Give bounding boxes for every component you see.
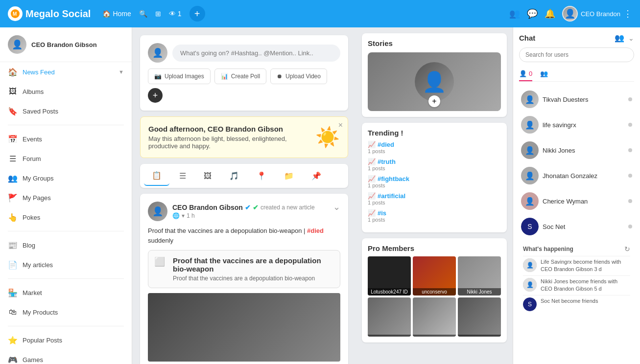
tab-folder-icon: 📁 [284, 171, 294, 181]
sidebar-item-pokes[interactable]: 👆 Pokes [0, 207, 132, 227]
expand-icon: ▼ [119, 69, 124, 75]
upload-images-label: Upload Images [165, 73, 204, 80]
greeting-close-button[interactable]: × [338, 121, 343, 130]
games-icon: 🎮 [8, 355, 18, 364]
preview-text: Proof that the vaccines are a depopulati… [173, 256, 334, 282]
trending-tag-3[interactable]: 📈 #fightback [368, 175, 501, 182]
grid-nav[interactable]: ⊞ [155, 10, 161, 18]
preview-inner: ⬜ Proof that the vaccines are a depopula… [154, 256, 334, 282]
search-nav[interactable]: 🔍 [139, 10, 147, 18]
tab-music[interactable]: 🎵 [221, 166, 247, 186]
trending-tag-5[interactable]: 📈 #is [368, 209, 501, 217]
chat-user-5[interactable]: 👤 Cherice Wyman [519, 188, 634, 214]
tab-folder[interactable]: 📁 [276, 166, 302, 186]
post-time: 1 h [187, 212, 195, 219]
views-nav[interactable]: 👁 1 [169, 10, 182, 18]
sidebar-item-events[interactable]: 📅 Events [0, 129, 132, 149]
trending-item-3: 📈 #fightback 1 posts [368, 175, 501, 188]
forum-icon: ☰ [8, 154, 18, 163]
my-articles-icon: 📄 [8, 260, 18, 270]
tab-list-icon: ☰ [179, 171, 186, 181]
sidebar-item-games[interactable]: 🎮 Games [0, 350, 132, 364]
post-more-button[interactable]: ⌄ [333, 202, 340, 212]
pro-member-1[interactable]: Lotusbook247 ID [368, 256, 411, 296]
sidebar-item-my-products[interactable]: 🛍 My Products [0, 302, 132, 322]
chat-user-2[interactable]: 👤 life savingrx [519, 112, 634, 137]
user-menu[interactable]: 👤 CEO Brandon ⋮ [562, 6, 632, 22]
upload-video-button[interactable]: ⏺ Upload Video [270, 68, 327, 84]
tab-list[interactable]: ☰ [171, 166, 194, 186]
sidebar-item-forum[interactable]: ☰ Forum [0, 149, 132, 168]
chat-user-1[interactable]: 👤 Tikvah Duesters [519, 87, 634, 112]
stories-title: Stories [368, 39, 501, 47]
trending-title: Trending ! [368, 129, 501, 137]
pro-member-5[interactable] [413, 297, 456, 337]
add-story-button[interactable]: + [428, 95, 440, 107]
sidebar-item-my-articles[interactable]: 📄 My articles [0, 255, 132, 274]
story-item[interactable]: 👤 + [368, 52, 501, 111]
chat-user-img-5: 👤 [521, 192, 539, 210]
sidebar-item-my-pages[interactable]: 🚩 My Pages [0, 188, 132, 207]
sidebar-item-news-feed[interactable]: 🏠 News Feed ▼ [0, 62, 132, 82]
stories-box: Stories 👤 + [362, 33, 507, 117]
sidebar-profile[interactable]: 👤 CEO Brandon Gibson [0, 27, 132, 62]
my-groups-icon: 👥 [8, 173, 18, 183]
chat-expand-icon[interactable]: ⌄ [628, 34, 634, 42]
tab-posts[interactable]: 📋 [144, 166, 169, 186]
trending-arrow-1: 📈 [368, 141, 376, 148]
post-image [148, 293, 340, 362]
chat-user-4[interactable]: 👤 Jhonatan Gonzalez [519, 163, 634, 188]
greeting-box: Good afternoon, CEO Brandon Gibson May t… [140, 116, 348, 158]
post-meta: 🌐 ▾ 1 h [172, 212, 315, 219]
chat-search-input[interactable] [519, 47, 634, 62]
post-input[interactable] [172, 45, 340, 62]
sidebar-item-blog[interactable]: 📰 Blog [0, 235, 132, 255]
pro-member-4[interactable] [368, 297, 411, 337]
trending-tag-1[interactable]: 📈 #died [368, 141, 501, 148]
tab-location[interactable]: 📍 [249, 166, 274, 186]
post-head: 👤 CEO Brandon Gibson ✔ ✔ created a new a… [148, 202, 340, 221]
notifications-icon-btn[interactable]: 🔔 [545, 8, 555, 19]
add-friend-icon[interactable]: 👥 [615, 33, 624, 43]
verified-green-badge: ✔ [253, 204, 259, 211]
pro-member-6[interactable] [458, 297, 501, 337]
trending-tag-2[interactable]: 📈 #truth [368, 158, 501, 165]
upload-images-button[interactable]: 📷 Upload Images [148, 68, 211, 84]
home-nav[interactable]: 🏠 Home [102, 10, 131, 18]
post-link-preview[interactable]: ⬜ Proof that the vaccines are a depopula… [148, 250, 340, 288]
post-item: 👤 CEO Brandon Gibson ✔ ✔ created a new a… [140, 194, 348, 364]
chat-user-6[interactable]: S Soc Net [519, 214, 634, 239]
pro-member-2[interactable]: unconservo [413, 256, 456, 296]
post-author-text: CEO Brandon Gibson [172, 204, 243, 211]
tab-pin[interactable]: 📌 [304, 166, 329, 186]
sidebar-item-my-groups[interactable]: 👥 My Groups [0, 168, 132, 188]
sidebar-item-market[interactable]: 🏪 Market [0, 283, 132, 302]
post-hashtag[interactable]: #died [307, 227, 324, 234]
sidebar-item-popular-posts[interactable]: ⭐ Popular Posts [0, 330, 132, 350]
grid-icon: ⊞ [155, 10, 161, 18]
pro-member-3[interactable]: Nikki Jones [458, 256, 501, 296]
pro-member-name-2: unconservo [413, 288, 456, 296]
chat-user-img-1: 👤 [521, 91, 539, 108]
friends-icon-btn[interactable]: 👥 [509, 8, 520, 19]
my-pages-icon: 🚩 [8, 193, 18, 203]
chat-tab-groups[interactable]: 👥 [540, 67, 548, 81]
post-action-text: created a new article [261, 204, 315, 211]
more-options-button[interactable]: + [148, 88, 163, 103]
trending-tag-4[interactable]: 📈 #artificial [368, 192, 501, 200]
upload-video-label: Upload Video [285, 73, 321, 80]
my-products-icon: 🛍 [8, 307, 18, 317]
messages-icon-btn[interactable]: 💬 [527, 8, 538, 19]
tab-music-icon: 🎵 [229, 171, 239, 181]
app-logo[interactable]: M Megalo Social [8, 6, 91, 21]
sidebar-divider-2 [8, 231, 124, 231]
chat-user-3[interactable]: 👤 Nikki Jones [519, 137, 634, 163]
sidebar-item-albums[interactable]: 🖼 Albums [0, 82, 132, 101]
whats-refresh-icon[interactable]: ↻ [624, 245, 630, 253]
create-poll-button[interactable]: 📊 Create Poll [214, 68, 266, 84]
tab-images[interactable]: 🖼 [196, 166, 219, 186]
add-button[interactable]: + [190, 6, 205, 22]
chat-tab-friends[interactable]: 👤 0 [519, 67, 532, 81]
trending-item-1: 📈 #died 1 posts [368, 141, 501, 154]
sidebar-item-saved-posts[interactable]: 🔖 Saved Posts [0, 101, 132, 121]
